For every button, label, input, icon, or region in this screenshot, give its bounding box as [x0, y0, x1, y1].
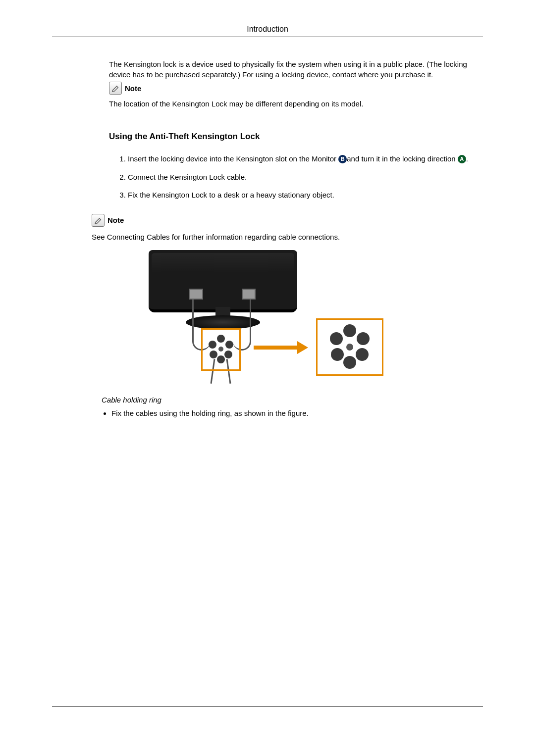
subheading: Using the Anti-Theft Kensington Lock: [109, 132, 483, 142]
note-label: Note: [107, 216, 124, 224]
note-row: Note: [109, 82, 483, 95]
figure-caption: Cable holding ring: [102, 396, 483, 404]
step1-text-a: Insert the locking device into the Kensi…: [128, 154, 338, 163]
holding-ring-icon: [209, 337, 233, 361]
footer-divider: [52, 706, 483, 706]
badge-a-icon: A: [458, 155, 466, 163]
note-icon: [92, 214, 105, 227]
arrow-icon: [254, 342, 308, 353]
note2-text: See Connecting Cables for further inform…: [92, 232, 483, 242]
step1-text-c: .: [466, 154, 468, 163]
content-area: The Kensington lock is a device used to …: [52, 37, 483, 419]
note-icon: [109, 82, 122, 95]
port-icon: [242, 289, 256, 300]
note-block-2: Note: [92, 214, 483, 227]
figure-wrap: [52, 250, 483, 384]
intro-block: The Kensington lock is a device used to …: [109, 59, 483, 142]
page: Introduction The Kensington lock is a de…: [0, 0, 535, 756]
bullet-list: Fix the cables using the holding ring, a…: [102, 408, 483, 419]
holding-ring-icon: [330, 327, 370, 367]
page-title: Introduction: [52, 25, 483, 37]
highlight-box-small: [201, 328, 241, 371]
note1-text: The location of the Kensington Lock may …: [109, 99, 483, 109]
note-row-2: Note: [92, 214, 483, 227]
step-3: Fix the Kensington Lock to a desk or a h…: [128, 190, 483, 201]
steps-list: Insert the locking device into the Kensi…: [109, 153, 483, 201]
highlight-box-large: [316, 318, 383, 376]
step-1: Insert the locking device into the Kensi…: [128, 153, 483, 165]
monitor-back: [149, 250, 297, 312]
note-label: Note: [125, 84, 141, 93]
bullet-item: Fix the cables using the holding ring, a…: [111, 408, 483, 419]
badge-b-icon: B: [338, 155, 347, 163]
intro-paragraph: The Kensington lock is a device used to …: [109, 59, 483, 80]
step-2: Connect the Kensington Lock cable.: [128, 172, 483, 183]
port-icon: [189, 289, 203, 300]
step1-text-b: and turn it in the locking direction: [347, 154, 457, 163]
cable-ring-figure: [144, 250, 391, 384]
